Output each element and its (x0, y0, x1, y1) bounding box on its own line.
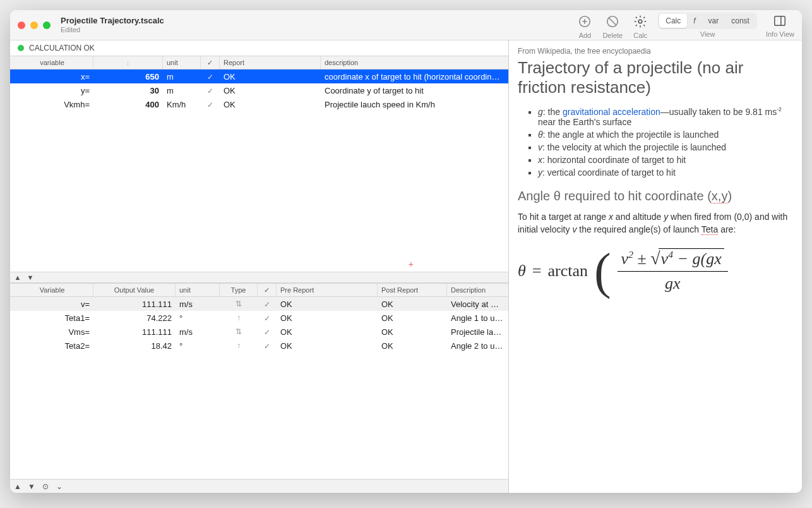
cell-desc: Projectile lauch sp… (447, 327, 507, 337)
col-type[interactable]: Type (220, 284, 258, 296)
minimize-icon[interactable] (30, 21, 38, 29)
gear-icon[interactable] (631, 13, 649, 30)
info-paragraph: To hit a target at range x and altitude … (518, 211, 793, 236)
window-controls (18, 21, 51, 29)
footer-bar: ▲ ▼ ⊙ ⌄ (10, 479, 508, 493)
cell-var: x= (11, 72, 93, 82)
table-row[interactable]: Vms=111.111m/s⇅OKOKProjectile lauch sp… (10, 325, 508, 339)
output-table-header: Variable Output Value unit Type ✓ Pre Re… (10, 283, 508, 297)
body: CALCULATION OK variable ↓ unit ✓ Report … (10, 40, 802, 493)
check-icon (258, 299, 277, 309)
bullet-v: v: the velocity at which the projectile … (538, 142, 793, 152)
footer-dropdown-icon[interactable]: ⌄ (54, 482, 64, 491)
bullet-x: x: horizontal coordinate of target to hi… (538, 155, 793, 165)
cell-unit: ° (176, 313, 220, 323)
cell-desc: coordinate x of target to hit (horizonta… (321, 72, 507, 82)
col-variable2[interactable]: Variable (11, 284, 93, 296)
info-pane[interactable]: From Wikipedia, the free encyclopaedia T… (509, 40, 802, 493)
cell-output: 111.111 (93, 327, 176, 337)
svg-line-4 (609, 18, 616, 25)
view-group-label: View (700, 30, 715, 38)
titlebar: Projectile Trajectory.tscalc Edited Add … (10, 10, 802, 40)
cell-report: OK (220, 72, 321, 82)
seg-calc[interactable]: Calc (659, 14, 687, 28)
cell-var: v= (11, 299, 93, 309)
footer-down-icon[interactable]: ▼ (27, 482, 37, 491)
sort-down-icon: ↓ (126, 59, 129, 66)
input-table-body[interactable]: x=650mOKcoordinate x of target to hit (h… (10, 70, 508, 272)
footer-more-icon[interactable]: ⊙ (40, 482, 51, 491)
maximize-icon[interactable] (43, 21, 51, 29)
col-unit2[interactable]: unit (176, 284, 220, 296)
arrow-down-icon[interactable]: ▼ (25, 274, 35, 281)
bullet-theta: θ: the angle at which the projectile is … (538, 130, 793, 140)
cell-pre: OK (277, 299, 378, 309)
table-row[interactable]: y=30mOKCoordinate y of target to hit (10, 83, 508, 97)
col-report[interactable]: Report (220, 56, 321, 69)
type-icon: ⇅ (220, 327, 258, 336)
cell-pre: OK (277, 327, 378, 337)
col-variable[interactable]: variable (11, 56, 93, 69)
col-unit[interactable]: unit (163, 56, 201, 69)
infoview-button[interactable]: Info View (766, 13, 794, 38)
seg-f[interactable]: f (687, 14, 702, 28)
seg-var[interactable]: var (702, 14, 725, 28)
cell-output: 74.222 (93, 313, 176, 323)
col-pre[interactable]: Pre Report (277, 284, 378, 296)
table-row[interactable]: Teta1=74.222°↑OKOKAngle 1 to use to t… (10, 311, 508, 325)
bullet-g: gg: the : the gravitational acceleration… (538, 106, 793, 127)
window-subtitle: Edited (61, 26, 164, 33)
info-title: Trajectory of a projectile (no air frict… (518, 58, 793, 97)
status-text: CALCULATION OK (29, 44, 95, 52)
info-bullets: gg: the : the gravitational acceleration… (518, 106, 793, 178)
cell-pre: OK (277, 341, 378, 351)
cell-unit: m (163, 86, 201, 95)
cell-unit: m/s (176, 327, 220, 337)
view-segmented: Calc f var const (658, 13, 757, 29)
table-row[interactable]: x=650mOKcoordinate x of target to hit (h… (10, 70, 508, 83)
table-row[interactable]: v=111.111m/s⇅OKOKVelocity at wich th… (10, 297, 508, 311)
cell-unit: Km/h (163, 100, 201, 109)
col-check2[interactable]: ✓ (258, 284, 277, 296)
cell-desc: Velocity at wich th… (447, 299, 507, 309)
calc-group: Calc (631, 13, 649, 39)
cell-post: OK (378, 313, 447, 323)
cell-desc: Angle 1 to use to t… (447, 313, 507, 323)
grav-accel-link[interactable]: gravitational acceleration (563, 107, 660, 117)
cell-var: Teta2= (11, 341, 93, 351)
col-value[interactable]: ↓ (93, 56, 163, 69)
table-row[interactable]: Teta2=18.42°↑OKOKAngle 2 to use to t… (10, 339, 508, 353)
col-post[interactable]: Post Report (378, 284, 447, 296)
add-row-icon: + (409, 259, 414, 269)
window-title: Projectile Trajectory.tscalc (61, 16, 164, 25)
pane-splitter[interactable]: ▲ ▼ (10, 272, 508, 283)
infoview-label: Info View (766, 30, 794, 38)
cell-var: Teta1= (11, 313, 93, 323)
output-table-body[interactable]: v=111.111m/s⇅OKOKVelocity at wich th…Tet… (10, 297, 508, 479)
calc-status: CALCULATION OK (10, 40, 508, 56)
type-icon: ⇅ (220, 299, 258, 308)
footer-up-icon[interactable]: ▲ (13, 482, 23, 491)
seg-const[interactable]: const (725, 14, 756, 28)
cell-output: 18.42 (93, 341, 176, 351)
view-group: Calc f var const View (658, 13, 757, 38)
col-check[interactable]: ✓ (201, 56, 220, 69)
plus-circle-icon (576, 13, 594, 30)
close-icon[interactable] (18, 21, 25, 29)
svg-point-5 (638, 20, 642, 23)
cell-desc: Projectile lauch speed in Km/h (321, 100, 507, 109)
info-source: From Wikipedia, the free encyclopaedia (518, 47, 793, 56)
calc-group-label: Calc (633, 32, 647, 39)
add-button[interactable]: Add (576, 13, 594, 39)
cell-pre: OK (277, 313, 378, 323)
delete-button[interactable]: Delete (602, 13, 623, 39)
col-description[interactable]: description (321, 56, 507, 69)
svg-rect-6 (775, 16, 785, 26)
col-output[interactable]: Output Value (93, 284, 176, 296)
cell-val: 400 (93, 100, 163, 109)
table-row[interactable]: Vkmh=400Km/hOKProjectile lauch speed in … (10, 97, 508, 111)
arrow-up-icon[interactable]: ▲ (13, 274, 23, 281)
status-dot-icon (18, 45, 24, 51)
col-description2[interactable]: Description (447, 284, 507, 296)
cell-var: Vkmh= (11, 100, 93, 109)
